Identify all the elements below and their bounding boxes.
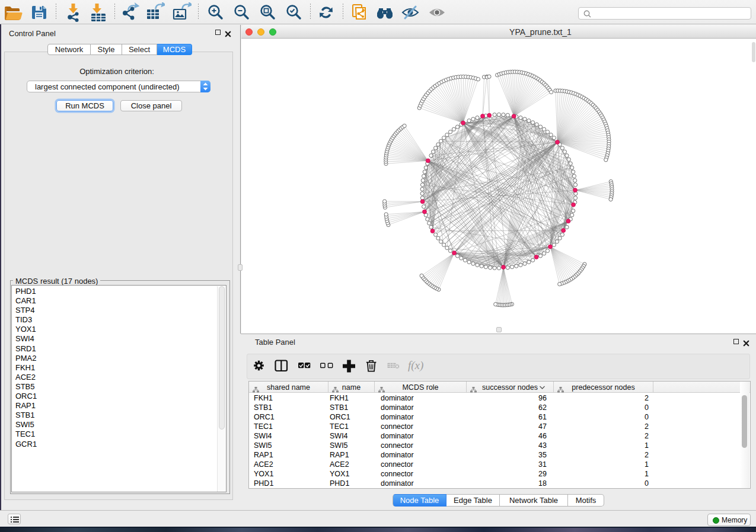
- svg-text:f(x): f(x): [408, 359, 423, 372]
